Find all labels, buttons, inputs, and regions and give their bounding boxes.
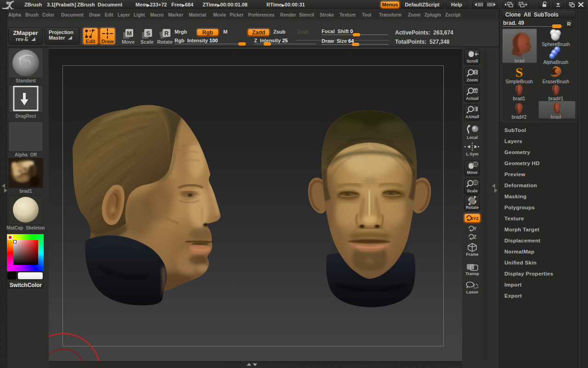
svg-text:XYZ: XYZ — [470, 216, 479, 221]
svg-text:R: R — [164, 30, 169, 37]
svg-text:Y: Y — [474, 226, 477, 231]
svg-text:x1: x1 — [474, 89, 478, 93]
svg-text:M: M — [127, 30, 132, 37]
svg-text:Z: Z — [474, 235, 476, 240]
svg-text:S: S — [515, 65, 523, 79]
svg-text:S: S — [146, 30, 150, 37]
